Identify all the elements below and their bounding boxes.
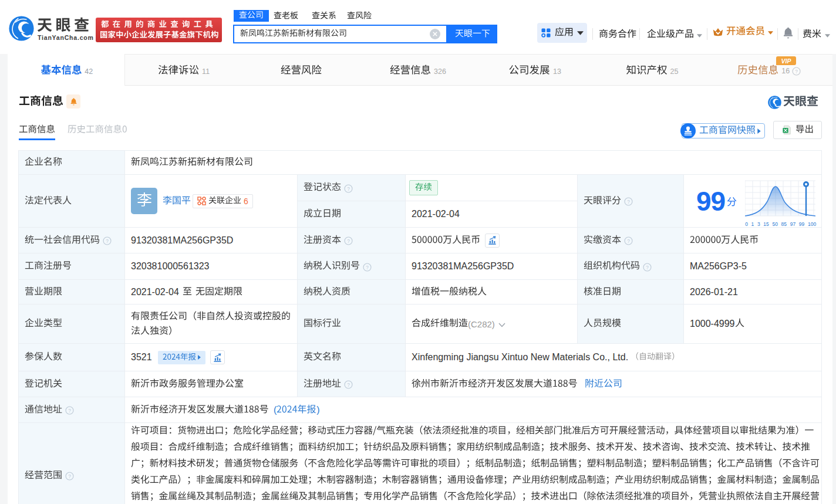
svg-text:?: ? (347, 383, 350, 388)
svg-text:?: ? (627, 239, 630, 244)
svg-text:?: ? (627, 199, 630, 205)
svg-text:?: ? (68, 408, 71, 414)
svg-text:?: ? (646, 265, 649, 270)
svg-text:?: ? (106, 239, 109, 244)
svg-text:?: ? (68, 474, 71, 479)
svg-text:?: ? (366, 265, 369, 270)
svg-text:?: ? (347, 239, 350, 244)
svg-text:?: ? (347, 186, 350, 191)
svg-text:?: ? (795, 69, 798, 74)
